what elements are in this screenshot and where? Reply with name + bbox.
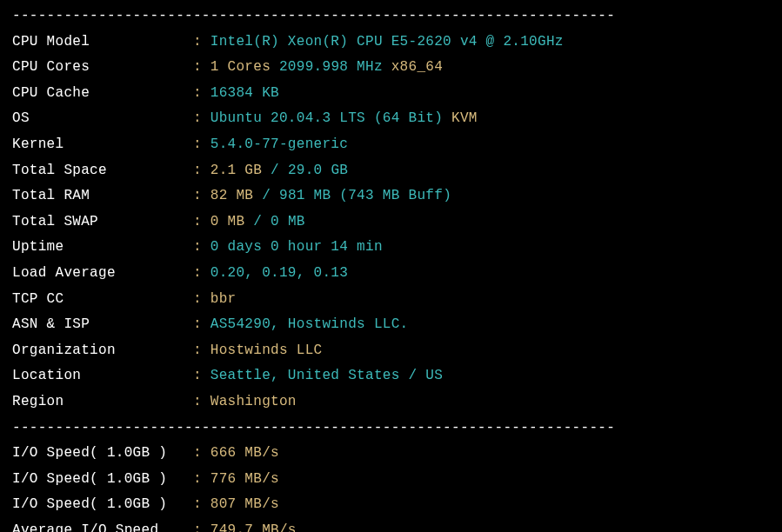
row-label: Location (12, 368, 193, 383)
row-value (383, 59, 391, 75)
row-value: 1 Cores (211, 59, 271, 75)
colon: : (193, 214, 211, 229)
row-label: Total SWAP (12, 214, 193, 229)
sysinfo-row: OS : Ubuntu 20.04.3 LTS (64 Bit) KVM (12, 106, 770, 132)
sysinfo-row: Location : Seattle, United States / US (12, 363, 770, 389)
row-value: 2099.998 MHz (279, 59, 383, 75)
colon: : (193, 522, 211, 532)
row-value: 981 MB (279, 188, 331, 203)
sysinfo-row: Organization : Hostwinds LLC (12, 338, 770, 364)
row-value: Ubuntu 20.04.3 LTS (64 Bit) (211, 110, 443, 126)
sysinfo-row: CPU Model : Intel(R) Xeon(R) CPU E5-2620… (12, 30, 770, 56)
divider: ----------------------------------------… (12, 3, 770, 30)
sysinfo-row: Total SWAP : 0 MB / 0 MB (12, 209, 770, 236)
row-label: I/O Speed( 1.0GB ) (12, 471, 193, 487)
row-value: 749.7 MB/s (211, 522, 297, 532)
row-value: 776 MB/s (211, 471, 279, 487)
row-value: / (253, 188, 279, 203)
colon: : (193, 368, 211, 383)
row-value: 16384 KB (211, 85, 279, 101)
row-label: TCP CC (12, 291, 193, 307)
colon: : (193, 394, 211, 409)
colon: : (193, 85, 211, 101)
colon: : (193, 496, 211, 512)
row-label: Uptime (12, 239, 193, 255)
row-value: 666 MB/s (211, 445, 279, 461)
row-value: 82 MB (211, 188, 254, 203)
sysinfo-row: Region : Washington (12, 389, 770, 416)
row-label: Organization (12, 342, 193, 358)
row-value: Hostwinds LLC (211, 342, 323, 358)
colon: : (193, 239, 211, 255)
sysinfo-row: ASN & ISP : AS54290, Hostwinds LLC. (12, 312, 770, 338)
colon: : (193, 110, 211, 126)
row-value: 807 MB/s (211, 496, 279, 512)
io-speed-row: I/O Speed( 1.0GB ) : 807 MB/s (12, 492, 770, 518)
row-label: CPU Cores (12, 59, 193, 75)
row-value: 5.4.0-77-generic (211, 136, 348, 152)
row-value: 0.20, 0.19, 0.13 (211, 265, 348, 281)
row-label: Kernel (12, 136, 193, 152)
sysinfo-row: Load Average : 0.20, 0.19, 0.13 (12, 261, 770, 287)
row-value: x86_64 (391, 59, 443, 75)
colon: : (193, 136, 211, 152)
row-value: (743 MB Buff) (331, 188, 451, 203)
colon: : (193, 265, 211, 281)
io-speed-row: Average I/O Speed : 749.7 MB/s (12, 518, 770, 532)
colon: : (193, 342, 211, 358)
row-value: / (244, 214, 271, 229)
row-label: Total RAM (12, 188, 193, 203)
sysinfo-row: CPU Cores : 1 Cores 2099.998 MHz x86_64 (12, 55, 770, 81)
row-value: 0 days 0 hour 14 min (211, 239, 383, 255)
sysinfo-row: Kernel : 5.4.0-77-generic (12, 132, 770, 158)
row-value: Seattle, United States / US (211, 368, 443, 383)
row-label: I/O Speed( 1.0GB ) (12, 496, 193, 512)
row-value: 2.1 GB (211, 163, 262, 178)
row-value: AS54290, Hostwinds LLC. (211, 316, 409, 332)
io-speed-row: I/O Speed( 1.0GB ) : 776 MB/s (12, 467, 770, 493)
colon: : (193, 291, 211, 307)
colon: : (193, 34, 211, 50)
colon: : (193, 445, 211, 461)
sysinfo-row: Uptime : 0 days 0 hour 14 min (12, 235, 770, 261)
row-value (443, 110, 451, 126)
row-value: 0 MB (211, 214, 245, 229)
row-value: Washington (211, 394, 297, 409)
colon: : (193, 188, 211, 203)
row-value: / (262, 163, 288, 178)
row-label: ASN & ISP (12, 316, 193, 332)
colon: : (193, 316, 211, 332)
row-label: Total Space (12, 163, 193, 178)
row-value: bbr (211, 291, 237, 307)
colon: : (193, 163, 211, 178)
colon: : (193, 59, 211, 75)
row-value: KVM (451, 110, 478, 126)
sysinfo-row: Total Space : 2.1 GB / 29.0 GB (12, 158, 770, 184)
io-speed-row: I/O Speed( 1.0GB ) : 666 MB/s (12, 441, 770, 467)
row-value: Intel(R) Xeon(R) CPU E5-2620 v4 @ 2.10GH… (211, 34, 564, 50)
row-label: Region (12, 394, 193, 409)
sysinfo-row: Total RAM : 82 MB / 981 MB (743 MB Buff) (12, 183, 770, 209)
row-label: Load Average (12, 265, 193, 281)
divider: ----------------------------------------… (12, 416, 770, 442)
terminal-output: ----------------------------------------… (12, 3, 770, 532)
row-value (271, 59, 279, 75)
row-label: OS (12, 110, 193, 126)
row-label: CPU Model (12, 34, 193, 50)
sysinfo-row: CPU Cache : 16384 KB (12, 81, 770, 107)
row-label: CPU Cache (12, 85, 193, 101)
colon: : (193, 471, 211, 487)
row-label: Average I/O Speed (12, 522, 193, 532)
sysinfo-row: TCP CC : bbr (12, 287, 770, 313)
row-value: 0 MB (271, 214, 305, 229)
row-label: I/O Speed( 1.0GB ) (12, 445, 193, 461)
row-value: 29.0 GB (288, 163, 348, 178)
